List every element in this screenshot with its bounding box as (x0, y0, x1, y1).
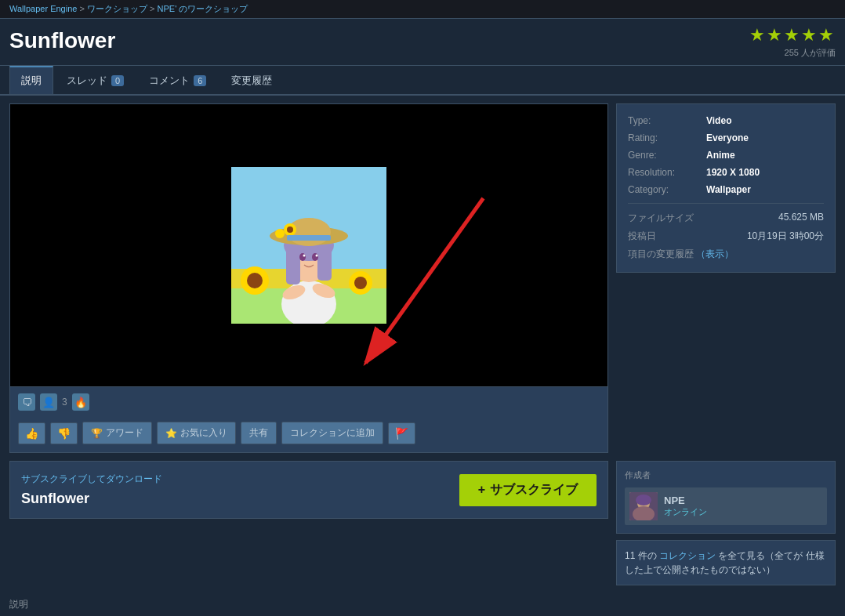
info-filesize-row: ファイルサイズ 45.625 MB (628, 212, 824, 225)
tab-comments-badge: 6 (194, 75, 206, 86)
award-button[interactable]: 🏆 アワード (82, 422, 152, 444)
breadcrumb-sep2: > (150, 4, 154, 13)
tab-comments-label: コメント (149, 74, 190, 88)
svg-point-20 (303, 255, 306, 257)
collections-text-after: を全て見る（全てが (718, 550, 803, 561)
author-section-label: 作成者 (625, 469, 827, 481)
info-divider (628, 203, 824, 204)
tab-description-label: 説明 (21, 74, 42, 88)
info-resolution-row: Resolution: 1920 X 1080 (628, 167, 824, 178)
favorite-label: お気に入り (180, 426, 227, 440)
rating-area: ★★★★★ 255 人が評価 (749, 25, 836, 59)
rating-count: 255 人が評価 (749, 47, 836, 59)
svg-point-19 (312, 253, 318, 261)
page-title: Sunflower (9, 28, 115, 53)
info-rating-label: Rating: (628, 132, 706, 143)
info-category-row: Category: Wallpaper (628, 184, 824, 195)
reaction-row: 🗨 👤 3 🔥 (10, 386, 607, 417)
info-updated-label: 投稿日 (628, 230, 656, 243)
thumbsup-button[interactable]: 👍 (18, 422, 45, 444)
info-rating-row: Rating: Everyone (628, 132, 824, 143)
subscribe-download-label: サブスクライブしてダウンロード (21, 473, 162, 486)
tab-comments[interactable]: コメント 6 (137, 66, 218, 94)
svg-point-29 (636, 495, 651, 505)
info-filesize-label: ファイルサイズ (628, 212, 694, 225)
info-type-row: Type: Video (628, 115, 824, 126)
info-resolution-value: 1920 X 1080 (706, 167, 760, 178)
tabs-bar: 説明 スレッド 0 コメント 6 変更履歴 (0, 66, 845, 96)
collections-text: 11 件の コレクション を全て見る（全てが 仕様した上で公開されたものではない… (625, 549, 827, 577)
share-button[interactable]: 共有 (241, 422, 277, 444)
svg-point-18 (299, 253, 306, 261)
author-info: NPE オンライン (664, 495, 707, 518)
svg-rect-11 (317, 245, 332, 281)
info-changelog-link[interactable]: （表示） (696, 248, 734, 259)
svg-point-16 (275, 229, 285, 238)
author-status: オンライン (664, 506, 707, 518)
page-header: Sunflower ★★★★★ 255 人が評価 (0, 19, 845, 66)
share-label: 共有 (249, 426, 268, 440)
info-changelog-row: 項目の変更履歴 （表示） (628, 248, 824, 261)
info-updated-value: 10月19日 3時00分 (747, 230, 824, 243)
tab-threads-label: スレッド (67, 74, 107, 88)
breadcrumb-workshop-link[interactable]: ワークショップ (87, 4, 147, 13)
svg-point-6 (354, 277, 367, 289)
svg-point-21 (316, 255, 318, 257)
thumbsdown-button[interactable]: 👎 (50, 422, 78, 444)
tab-description[interactable]: 説明 (9, 66, 53, 94)
info-genre-label: Genre: (628, 150, 706, 161)
collection-button[interactable]: コレクションに追加 (281, 422, 383, 444)
collections-link[interactable]: コレクション (659, 550, 716, 561)
subscribe-info: サブスクライブしてダウンロード Sunflower (21, 473, 162, 507)
author-section: 作成者 NPE オンライン 11 件の (616, 461, 836, 585)
favorite-button[interactable]: ⭐ お気に入り (157, 422, 236, 444)
tab-threads[interactable]: スレッド 0 (55, 66, 136, 94)
subscribe-area: サブスクライブしてダウンロード Sunflower + サブスクライブ (9, 461, 608, 585)
info-category-label: Category: (628, 184, 706, 195)
info-panel: Type: Video Rating: Everyone Genre: Anim… (616, 103, 836, 453)
info-changelog-label: 項目の変更履歴 (628, 248, 694, 259)
info-genre-row: Genre: Anime (628, 150, 824, 161)
collection-label: コレクションに追加 (290, 426, 375, 440)
breadcrumb: Wallpaper Engine > ワークショップ > NPE' のワークショ… (9, 3, 836, 15)
subscribe-author-row: サブスクライブしてダウンロード Sunflower + サブスクライブ 作成者 (0, 461, 845, 593)
collections-count: 11 件の (625, 550, 657, 561)
subscribe-button[interactable]: + サブスクライブ (459, 474, 597, 506)
info-type-label: Type: (628, 115, 706, 126)
breadcrumb-user-link[interactable]: NPE' のワークショップ (158, 4, 248, 13)
author-box: 作成者 NPE オンライン (616, 461, 836, 534)
subscribe-btn-label: サブスクライブ (490, 482, 578, 498)
description-section: 説明 (0, 593, 845, 616)
breadcrumb-sep1: > (79, 4, 84, 13)
subscribe-plus-icon: + (478, 483, 485, 497)
info-updated-row: 投稿日 10月19日 3時00分 (628, 230, 824, 243)
svg-point-4 (247, 273, 263, 288)
description-label: 説明 (9, 593, 836, 616)
reaction-count: 3 (62, 397, 67, 408)
info-box: Type: Video Rating: Everyone Genre: Anim… (616, 103, 836, 273)
reaction-icon-1: 🗨 (18, 393, 35, 411)
collections-box: 11 件の コレクション を全て見る（全てが 仕様した上で公開されたものではない… (616, 540, 836, 585)
info-filesize-value: 45.625 MB (778, 212, 824, 225)
award-label: アワード (106, 426, 143, 440)
info-rating-value: Everyone (706, 132, 749, 143)
breadcrumb-engine-link[interactable]: Wallpaper Engine (9, 4, 77, 13)
item-panel: 🗨 👤 3 🔥 👍 👎 🏆 アワード ⭐ お気に入り 共有 (9, 103, 608, 453)
stars-display: ★★★★★ (749, 25, 836, 45)
reaction-icon-2: 👤 (40, 393, 57, 411)
author-name: NPE (664, 495, 707, 506)
award-icon: 🏆 (91, 428, 103, 439)
tab-threads-badge: 0 (111, 75, 124, 86)
preview-area (10, 104, 607, 386)
flag-button[interactable]: 🚩 (388, 422, 415, 444)
top-bar: Wallpaper Engine > ワークショップ > NPE' のワークショ… (0, 0, 845, 19)
reaction-icon-3: 🔥 (72, 393, 89, 411)
info-type-value: Video (706, 115, 731, 126)
subscribe-item-title: Sunflower (21, 491, 162, 507)
info-resolution-label: Resolution: (628, 167, 706, 178)
tab-changelog[interactable]: 変更履歴 (219, 66, 284, 94)
info-genre-value: Anime (706, 150, 735, 161)
tab-changelog-label: 変更履歴 (231, 74, 272, 88)
author-profile[interactable]: NPE オンライン (625, 487, 827, 525)
svg-rect-10 (286, 245, 300, 284)
